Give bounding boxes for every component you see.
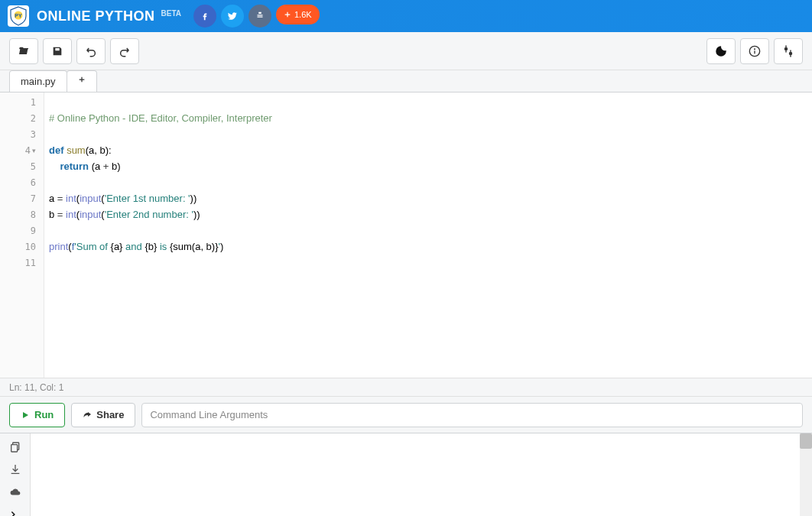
code-line[interactable]: a = int(input('Enter 1st number: ')) <box>49 190 807 206</box>
svg-text:PY: PY <box>15 13 22 18</box>
line-number: 6 <box>0 174 44 190</box>
code-line[interactable]: return (a + b) <box>49 158 807 174</box>
save-button[interactable] <box>43 38 72 64</box>
code-line[interactable] <box>49 126 807 142</box>
run-label: Run <box>34 409 54 420</box>
social-buttons: 1.6K <box>193 5 320 28</box>
cursor-position: Ln: 11, Col: 1 <box>9 382 63 393</box>
line-number: 10 <box>0 239 44 255</box>
logo: PY <box>8 5 29 27</box>
facebook-button[interactable] <box>193 5 216 28</box>
svg-point-5 <box>784 47 788 50</box>
line-number: 7 <box>0 190 44 206</box>
info-button[interactable] <box>740 38 769 64</box>
tab-add-button[interactable] <box>67 70 97 92</box>
svg-point-3 <box>754 48 755 50</box>
code-line[interactable] <box>49 174 807 190</box>
console-sidebar <box>0 433 31 516</box>
share-count-button[interactable]: 1.6K <box>276 5 320 24</box>
run-bar: Run Share <box>0 396 812 433</box>
download-icon[interactable] <box>7 462 24 478</box>
code-line[interactable] <box>49 222 807 239</box>
top-header: PY ONLINE PYTHON BETA 1.6K <box>0 0 812 32</box>
line-number: 1 <box>0 94 44 110</box>
run-button[interactable]: Run <box>9 403 65 427</box>
reddit-button[interactable] <box>248 5 271 28</box>
cloud-icon[interactable] <box>7 485 24 500</box>
dark-mode-button[interactable] <box>706 38 736 64</box>
code-area[interactable]: # Online Python - IDE, Editor, Compiler,… <box>44 92 812 378</box>
toolbar-right <box>706 38 803 64</box>
settings-button[interactable] <box>774 38 803 64</box>
code-line[interactable] <box>49 94 807 110</box>
terminal-icon[interactable] <box>7 508 24 517</box>
redo-button[interactable] <box>110 38 139 64</box>
svg-rect-8 <box>11 444 17 451</box>
console-scrollbar[interactable] <box>800 433 812 516</box>
editor-tabs: main.py <box>0 70 812 92</box>
line-number: 4▾ <box>0 142 44 158</box>
share-icon <box>83 411 92 420</box>
code-line[interactable]: def sum(a, b): <box>49 142 807 158</box>
line-number: 3 <box>0 126 44 142</box>
tab-main[interactable]: main.py <box>9 70 67 92</box>
line-gutter: 1234▾567891011 <box>0 92 44 378</box>
code-line[interactable]: b = int(input('Enter 2nd number: ')) <box>49 206 807 222</box>
line-number: 11 <box>0 255 44 271</box>
share-count: 1.6K <box>294 10 312 19</box>
line-number: 5 <box>0 158 44 174</box>
line-number: 9 <box>0 222 44 239</box>
brand-title: ONLINE PYTHON <box>37 8 155 24</box>
cli-args-input[interactable] <box>141 403 803 427</box>
share-button[interactable]: Share <box>71 403 135 427</box>
copy-icon[interactable] <box>7 440 24 455</box>
toolbar-left <box>9 38 139 64</box>
code-line[interactable] <box>49 255 807 271</box>
line-number: 8 <box>0 206 44 222</box>
twitter-button[interactable] <box>221 5 244 28</box>
svg-rect-4 <box>754 50 755 54</box>
code-line[interactable]: # Online Python - IDE, Editor, Compiler,… <box>49 110 807 126</box>
share-label: Share <box>96 409 124 420</box>
code-editor[interactable]: 1234▾567891011 # Online Python - IDE, Ed… <box>0 92 812 378</box>
open-button[interactable] <box>9 38 38 64</box>
svg-point-6 <box>789 51 793 55</box>
console-output[interactable] <box>31 433 812 516</box>
console-panel <box>0 433 812 516</box>
play-icon <box>21 411 30 420</box>
line-number: 2 <box>0 110 44 126</box>
undo-button[interactable] <box>76 38 106 64</box>
toolbar <box>0 32 812 70</box>
status-bar: Ln: 11, Col: 1 <box>0 378 812 396</box>
code-line[interactable]: print(f'Sum of {a} and {b} is {sum(a, b)… <box>49 239 807 255</box>
beta-badge: BETA <box>161 9 181 18</box>
